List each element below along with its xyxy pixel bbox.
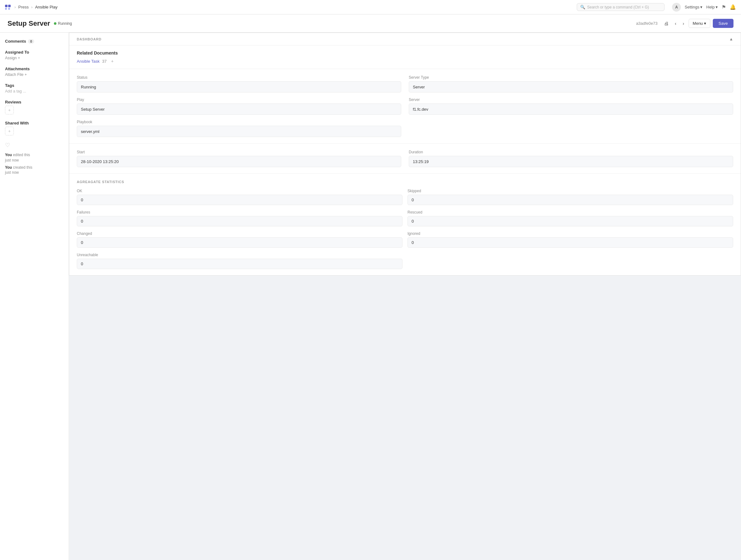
unreachable-label: Unreachable — [77, 253, 402, 257]
stats-title: AGREAGATE STATISTICS — [77, 180, 733, 184]
duration-field[interactable]: 13:25:19 — [409, 156, 733, 167]
tags-label: Tags — [5, 83, 64, 88]
form-section-timing: Start 28-10-2020 13:25:20 Duration 13:25… — [69, 144, 741, 174]
related-doc-row: Ansible Task 37 + — [77, 59, 733, 64]
prev-button[interactable]: ‹ — [673, 19, 678, 27]
collapse-dashboard-button[interactable]: ▲ — [729, 37, 733, 42]
save-button[interactable]: Save — [713, 19, 734, 28]
status-field[interactable]: Running — [77, 81, 401, 92]
status-text: Running — [58, 21, 72, 26]
play-server-row: Play Setup Server Server f1.fc.dev — [77, 98, 733, 115]
reviews-label: Reviews — [5, 100, 64, 105]
statistics-section: AGREAGATE STATISTICS OK 0 Skipped 0 Fail… — [69, 174, 741, 275]
page-title-area: Setup Server Running — [7, 19, 72, 27]
add-review-button[interactable]: + — [5, 106, 14, 114]
comments-section: Comments0 — [5, 39, 64, 44]
ignored-value: 0 — [407, 237, 733, 248]
document-id: a3adfe0e73 — [636, 21, 658, 26]
rescued-value: 0 — [407, 216, 733, 227]
help-button[interactable]: Help ▾ — [706, 5, 718, 9]
duration-label: Duration — [409, 150, 733, 154]
topnav-right-area: A Settings ▾ Help ▾ ⚑ 🔔 — [672, 3, 736, 12]
ansible-task-link[interactable]: Ansible Task — [77, 59, 100, 64]
dashboard-title: DASHBOARD — [77, 37, 102, 41]
ok-value: 0 — [77, 195, 402, 205]
page-header: Setup Server Running a3adfe0e73 🖨 ‹ › Me… — [0, 14, 741, 33]
comments-count: 0 — [28, 39, 34, 44]
form-section-status: Status Running Server Type Server Play S… — [69, 69, 741, 144]
dashboard-section-header: DASHBOARD ▲ — [69, 33, 741, 46]
start-duration-row: Start 28-10-2020 13:25:20 Duration 13:25… — [77, 150, 733, 167]
next-button[interactable]: › — [681, 19, 686, 27]
search-icon: 🔍 — [580, 5, 585, 9]
server-group: Server f1.fc.dev — [409, 98, 733, 115]
help-chevron-icon: ▾ — [716, 5, 718, 9]
add-tag-link[interactable]: Add a tag ... — [5, 89, 64, 94]
page-title: Setup Server — [7, 19, 50, 27]
stats-grid: OK 0 Skipped 0 Failures 0 Rescued 0 — [77, 189, 733, 269]
search-bar[interactable]: 🔍 Search or type a command (Ctrl + G) — [577, 3, 665, 11]
shared-with-label: Shared With — [5, 121, 64, 125]
status-server-type-row: Status Running Server Type Server — [77, 75, 733, 92]
breadcrumb-press[interactable]: Press — [18, 5, 28, 9]
failures-value: 0 — [77, 216, 402, 227]
changed-value: 0 — [77, 237, 402, 248]
playbook-row: Playbook server.yml — [77, 120, 733, 137]
status-label: Status — [77, 75, 401, 80]
search-placeholder: Search or type a command (Ctrl + G) — [587, 5, 649, 9]
server-field[interactable]: f1.fc.dev — [409, 104, 733, 115]
top-navigation: › Press › Ansible Play 🔍 Search or type … — [0, 0, 741, 14]
activity-created: You created this just now — [5, 165, 64, 176]
ok-label: OK — [77, 189, 402, 193]
content-card: DASHBOARD ▲ Related Documents Ansible Ta… — [69, 33, 741, 275]
changed-label: Changed — [77, 231, 402, 236]
status-badge: Running — [54, 21, 72, 26]
assigned-to-label: Assigned To — [5, 50, 64, 55]
add-shared-button[interactable]: + — [5, 127, 14, 135]
settings-button[interactable]: Settings ▾ — [685, 5, 702, 9]
rescued-label: Rescued — [407, 210, 733, 214]
add-related-doc-button[interactable]: + — [111, 59, 114, 64]
attachments-label: Attachments — [5, 66, 64, 71]
ignored-stat: Ignored 0 — [407, 231, 733, 248]
main-layout: Comments0 Assigned To Assign + Attachmen… — [0, 33, 741, 560]
attach-plus-icon: + — [25, 72, 27, 77]
user-avatar[interactable]: A — [672, 3, 681, 12]
related-documents-title: Related Documents — [77, 51, 733, 56]
flag-icon[interactable]: ⚑ — [722, 4, 726, 10]
rescued-stat: Rescued 0 — [407, 210, 733, 227]
play-field[interactable]: Setup Server — [77, 104, 401, 115]
server-type-group: Server Type Server — [409, 75, 733, 92]
attach-file-link[interactable]: Attach File + — [5, 72, 64, 77]
shared-with-section: Shared With + — [5, 121, 64, 135]
page-header-right: a3adfe0e73 🖨 ‹ › Menu ▾ Save — [636, 19, 734, 28]
skipped-label: Skipped — [407, 189, 733, 193]
print-button[interactable]: 🖨 — [662, 19, 670, 27]
start-field[interactable]: 28-10-2020 13:25:20 — [77, 156, 401, 167]
playbook-field[interactable]: server.yml — [77, 126, 401, 137]
breadcrumb-ansible-play[interactable]: Ansible Play — [35, 5, 58, 9]
server-type-field[interactable]: Server — [409, 81, 733, 92]
ignored-label: Ignored — [407, 231, 733, 236]
playbook-label: Playbook — [77, 120, 401, 124]
reviews-section: Reviews + — [5, 100, 64, 114]
menu-button[interactable]: Menu ▾ — [689, 19, 711, 28]
duration-group: Duration 13:25:19 — [409, 150, 733, 167]
breadcrumb-sep-1: › — [14, 5, 16, 9]
menu-chevron-icon: ▾ — [704, 21, 706, 26]
playbook-group: Playbook server.yml — [77, 120, 401, 137]
unreachable-stat: Unreachable 0 — [77, 253, 402, 269]
attachments-section: Attachments Attach File + — [5, 66, 64, 77]
status-dot — [54, 22, 56, 25]
status-group: Status Running — [77, 75, 401, 92]
bell-icon[interactable]: 🔔 — [730, 4, 736, 10]
skipped-stat: Skipped 0 — [407, 189, 733, 205]
comments-label: Comments0 — [5, 39, 64, 44]
tags-section: Tags Add a tag ... — [5, 83, 64, 94]
assign-link[interactable]: Assign + — [5, 56, 64, 60]
like-icon[interactable]: ♡ — [5, 142, 64, 148]
activity-edited: You edited this just now — [5, 152, 64, 163]
failures-label: Failures — [77, 210, 402, 214]
related-documents-area: Related Documents Ansible Task 37 + — [69, 46, 741, 69]
breadcrumb-sep-2: › — [31, 5, 32, 9]
